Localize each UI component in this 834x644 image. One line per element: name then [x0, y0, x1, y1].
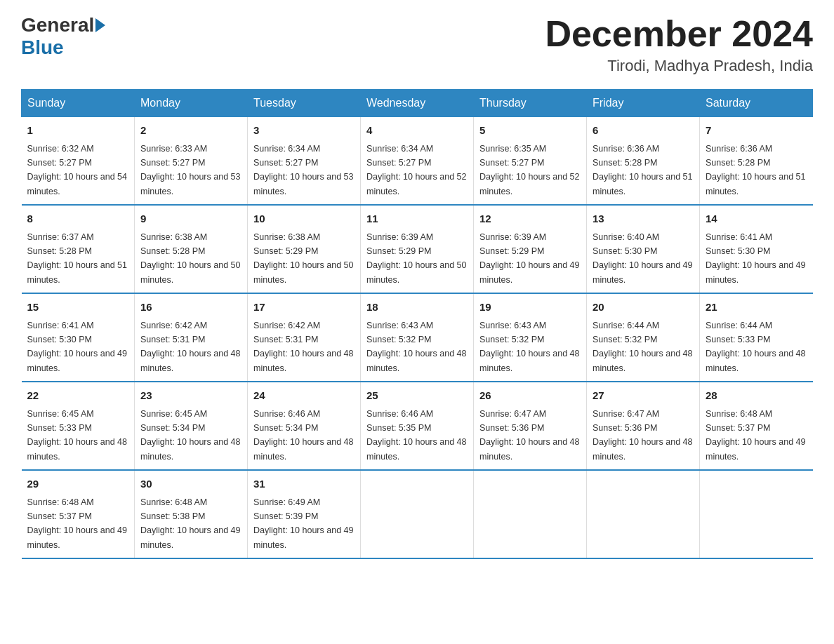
- day-cell: 26 Sunrise: 6:47 AMSunset: 5:36 PMDaylig…: [474, 382, 587, 470]
- day-info: Sunrise: 6:37 AMSunset: 5:28 PMDaylight:…: [27, 232, 127, 285]
- day-number: 13: [593, 211, 694, 227]
- page-header: General Blue December 2024 Tirodi, Madhy…: [21, 14, 813, 75]
- header-sunday: Sunday: [22, 90, 135, 117]
- location-title: Tirodi, Madhya Pradesh, India: [545, 57, 813, 75]
- calendar-header-row: SundayMondayTuesdayWednesdayThursdayFrid…: [22, 90, 813, 117]
- day-info: Sunrise: 6:43 AMSunset: 5:32 PMDaylight:…: [479, 321, 579, 373]
- day-number: 26: [479, 388, 581, 404]
- day-cell: 30 Sunrise: 6:48 AMSunset: 5:38 PMDaylig…: [135, 470, 248, 558]
- day-number: 24: [253, 388, 355, 404]
- day-cell: 22 Sunrise: 6:45 AMSunset: 5:33 PMDaylig…: [22, 382, 135, 470]
- day-number: 16: [140, 300, 241, 316]
- day-info: Sunrise: 6:36 AMSunset: 5:28 PMDaylight:…: [706, 144, 805, 196]
- day-number: 29: [27, 476, 129, 492]
- day-info: Sunrise: 6:38 AMSunset: 5:28 PMDaylight:…: [140, 232, 240, 285]
- day-cell: 20 Sunrise: 6:44 AMSunset: 5:32 PMDaylig…: [587, 293, 700, 382]
- week-row-5: 29 Sunrise: 6:48 AMSunset: 5:37 PMDaylig…: [22, 470, 813, 558]
- logo-arrow-icon: [95, 18, 105, 32]
- header-wednesday: Wednesday: [361, 90, 474, 117]
- day-info: Sunrise: 6:40 AMSunset: 5:30 PMDaylight:…: [593, 232, 692, 285]
- day-cell: [361, 470, 474, 558]
- day-number: 12: [479, 211, 581, 227]
- day-info: Sunrise: 6:47 AMSunset: 5:36 PMDaylight:…: [479, 409, 579, 462]
- day-info: Sunrise: 6:33 AMSunset: 5:27 PMDaylight:…: [140, 144, 240, 196]
- day-cell: 18 Sunrise: 6:43 AMSunset: 5:32 PMDaylig…: [361, 293, 474, 382]
- header-thursday: Thursday: [474, 90, 587, 117]
- week-row-1: 1 Sunrise: 6:32 AMSunset: 5:27 PMDayligh…: [22, 117, 813, 206]
- day-number: 4: [366, 123, 468, 139]
- header-friday: Friday: [587, 90, 700, 117]
- day-info: Sunrise: 6:45 AMSunset: 5:34 PMDaylight:…: [140, 409, 240, 462]
- day-cell: 14 Sunrise: 6:41 AMSunset: 5:30 PMDaylig…: [700, 205, 813, 293]
- day-number: 19: [479, 300, 581, 316]
- day-number: 28: [706, 388, 807, 404]
- title-block: December 2024 Tirodi, Madhya Pradesh, In…: [545, 14, 813, 75]
- day-cell: 2 Sunrise: 6:33 AMSunset: 5:27 PMDayligh…: [135, 117, 248, 206]
- day-info: Sunrise: 6:48 AMSunset: 5:37 PMDaylight:…: [706, 409, 805, 462]
- day-cell: 27 Sunrise: 6:47 AMSunset: 5:36 PMDaylig…: [587, 382, 700, 470]
- day-cell: 11 Sunrise: 6:39 AMSunset: 5:29 PMDaylig…: [361, 205, 474, 293]
- day-cell: 16 Sunrise: 6:42 AMSunset: 5:31 PMDaylig…: [135, 293, 248, 382]
- day-cell: 23 Sunrise: 6:45 AMSunset: 5:34 PMDaylig…: [135, 382, 248, 470]
- day-number: 10: [253, 211, 355, 227]
- week-row-2: 8 Sunrise: 6:37 AMSunset: 5:28 PMDayligh…: [22, 205, 813, 293]
- day-info: Sunrise: 6:45 AMSunset: 5:33 PMDaylight:…: [27, 409, 127, 462]
- day-info: Sunrise: 6:39 AMSunset: 5:29 PMDaylight:…: [479, 232, 579, 285]
- day-cell: 24 Sunrise: 6:46 AMSunset: 5:34 PMDaylig…: [248, 382, 361, 470]
- month-title: December 2024: [545, 14, 813, 54]
- day-info: Sunrise: 6:48 AMSunset: 5:38 PMDaylight:…: [140, 497, 240, 550]
- day-info: Sunrise: 6:47 AMSunset: 5:36 PMDaylight:…: [593, 409, 692, 462]
- day-cell: 31 Sunrise: 6:49 AMSunset: 5:39 PMDaylig…: [248, 470, 361, 558]
- day-cell: 15 Sunrise: 6:41 AMSunset: 5:30 PMDaylig…: [22, 293, 135, 382]
- day-number: 5: [479, 123, 581, 139]
- day-number: 21: [706, 300, 807, 316]
- day-cell: 8 Sunrise: 6:37 AMSunset: 5:28 PMDayligh…: [22, 205, 135, 293]
- week-row-4: 22 Sunrise: 6:45 AMSunset: 5:33 PMDaylig…: [22, 382, 813, 470]
- day-number: 27: [593, 388, 694, 404]
- day-cell: 3 Sunrise: 6:34 AMSunset: 5:27 PMDayligh…: [248, 117, 361, 206]
- week-row-3: 15 Sunrise: 6:41 AMSunset: 5:30 PMDaylig…: [22, 293, 813, 382]
- day-info: Sunrise: 6:48 AMSunset: 5:37 PMDaylight:…: [27, 497, 127, 550]
- day-info: Sunrise: 6:43 AMSunset: 5:32 PMDaylight:…: [366, 321, 466, 373]
- day-number: 31: [253, 476, 355, 492]
- day-number: 17: [253, 300, 355, 316]
- day-number: 20: [593, 300, 694, 316]
- day-number: 14: [706, 211, 807, 227]
- day-info: Sunrise: 6:44 AMSunset: 5:32 PMDaylight:…: [593, 321, 692, 373]
- day-number: 1: [27, 123, 129, 139]
- day-info: Sunrise: 6:34 AMSunset: 5:27 PMDaylight:…: [366, 144, 466, 196]
- day-info: Sunrise: 6:41 AMSunset: 5:30 PMDaylight:…: [706, 232, 805, 285]
- day-cell: 4 Sunrise: 6:34 AMSunset: 5:27 PMDayligh…: [361, 117, 474, 206]
- day-cell: 13 Sunrise: 6:40 AMSunset: 5:30 PMDaylig…: [587, 205, 700, 293]
- logo-general-text: General: [21, 14, 94, 36]
- day-number: 18: [366, 300, 468, 316]
- day-cell: 28 Sunrise: 6:48 AMSunset: 5:37 PMDaylig…: [700, 382, 813, 470]
- day-info: Sunrise: 6:34 AMSunset: 5:27 PMDaylight:…: [253, 144, 353, 196]
- day-cell: 19 Sunrise: 6:43 AMSunset: 5:32 PMDaylig…: [474, 293, 587, 382]
- day-info: Sunrise: 6:35 AMSunset: 5:27 PMDaylight:…: [479, 144, 579, 196]
- calendar-table: SundayMondayTuesdayWednesdayThursdayFrid…: [21, 89, 813, 559]
- logo: General Blue: [21, 14, 107, 59]
- day-cell: 5 Sunrise: 6:35 AMSunset: 5:27 PMDayligh…: [474, 117, 587, 206]
- day-number: 15: [27, 300, 129, 316]
- day-number: 2: [140, 123, 241, 139]
- day-number: 25: [366, 388, 468, 404]
- day-cell: 29 Sunrise: 6:48 AMSunset: 5:37 PMDaylig…: [22, 470, 135, 558]
- day-info: Sunrise: 6:42 AMSunset: 5:31 PMDaylight:…: [140, 321, 240, 373]
- header-tuesday: Tuesday: [248, 90, 361, 117]
- day-number: 7: [706, 123, 807, 139]
- day-cell: 9 Sunrise: 6:38 AMSunset: 5:28 PMDayligh…: [135, 205, 248, 293]
- day-cell: 6 Sunrise: 6:36 AMSunset: 5:28 PMDayligh…: [587, 117, 700, 206]
- day-info: Sunrise: 6:42 AMSunset: 5:31 PMDaylight:…: [253, 321, 353, 373]
- day-cell: 10 Sunrise: 6:38 AMSunset: 5:29 PMDaylig…: [248, 205, 361, 293]
- day-number: 23: [140, 388, 241, 404]
- day-info: Sunrise: 6:46 AMSunset: 5:34 PMDaylight:…: [253, 409, 353, 462]
- day-info: Sunrise: 6:46 AMSunset: 5:35 PMDaylight:…: [366, 409, 466, 462]
- day-number: 9: [140, 211, 241, 227]
- day-cell: 17 Sunrise: 6:42 AMSunset: 5:31 PMDaylig…: [248, 293, 361, 382]
- day-cell: 7 Sunrise: 6:36 AMSunset: 5:28 PMDayligh…: [700, 117, 813, 206]
- header-monday: Monday: [135, 90, 248, 117]
- day-number: 22: [27, 388, 129, 404]
- day-cell: 1 Sunrise: 6:32 AMSunset: 5:27 PMDayligh…: [22, 117, 135, 206]
- day-cell: 12 Sunrise: 6:39 AMSunset: 5:29 PMDaylig…: [474, 205, 587, 293]
